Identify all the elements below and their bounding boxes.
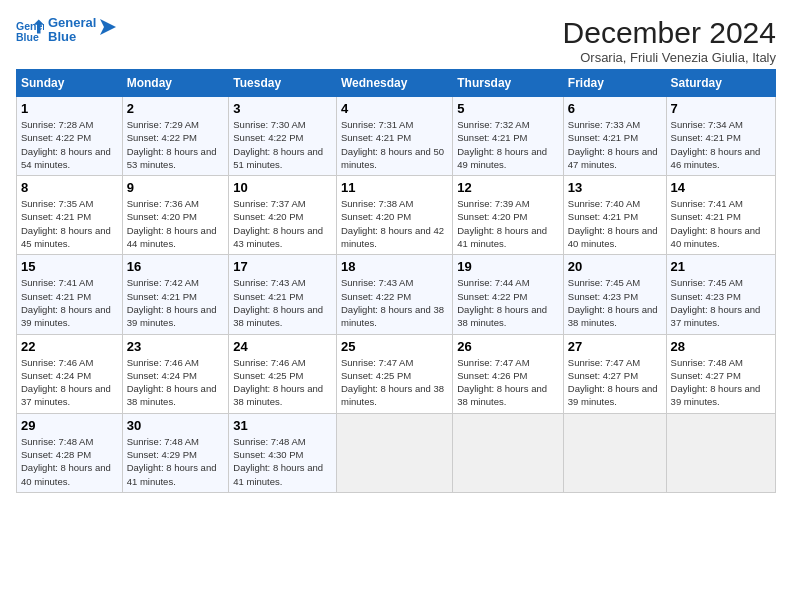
calendar-cell: 17Sunrise: 7:43 AMSunset: 4:21 PMDayligh… [229,255,337,334]
calendar-cell: 25Sunrise: 7:47 AMSunset: 4:25 PMDayligh… [337,334,453,413]
day-info: Sunrise: 7:40 AMSunset: 4:21 PMDaylight:… [568,197,662,250]
day-info: Sunrise: 7:45 AMSunset: 4:23 PMDaylight:… [671,276,771,329]
day-info: Sunrise: 7:45 AMSunset: 4:23 PMDaylight:… [568,276,662,329]
calendar-cell [337,413,453,492]
day-info: Sunrise: 7:34 AMSunset: 4:21 PMDaylight:… [671,118,771,171]
day-number: 24 [233,339,332,354]
day-number: 6 [568,101,662,116]
day-info: Sunrise: 7:36 AMSunset: 4:20 PMDaylight:… [127,197,225,250]
day-number: 21 [671,259,771,274]
day-info: Sunrise: 7:28 AMSunset: 4:22 PMDaylight:… [21,118,118,171]
day-number: 16 [127,259,225,274]
calendar-cell: 21Sunrise: 7:45 AMSunset: 4:23 PMDayligh… [666,255,775,334]
day-info: Sunrise: 7:30 AMSunset: 4:22 PMDaylight:… [233,118,332,171]
day-info: Sunrise: 7:33 AMSunset: 4:21 PMDaylight:… [568,118,662,171]
day-info: Sunrise: 7:38 AMSunset: 4:20 PMDaylight:… [341,197,448,250]
day-info: Sunrise: 7:44 AMSunset: 4:22 PMDaylight:… [457,276,559,329]
day-info: Sunrise: 7:48 AMSunset: 4:28 PMDaylight:… [21,435,118,488]
svg-text:Blue: Blue [16,31,39,43]
day-number: 12 [457,180,559,195]
day-number: 1 [21,101,118,116]
logo-general: General [48,16,96,30]
day-number: 10 [233,180,332,195]
calendar-cell: 3Sunrise: 7:30 AMSunset: 4:22 PMDaylight… [229,97,337,176]
day-number: 30 [127,418,225,433]
calendar-cell: 23Sunrise: 7:46 AMSunset: 4:24 PMDayligh… [122,334,229,413]
day-number: 2 [127,101,225,116]
header-area: General Blue General Blue December 2024 … [16,16,776,65]
calendar-cell: 13Sunrise: 7:40 AMSunset: 4:21 PMDayligh… [563,176,666,255]
day-info: Sunrise: 7:46 AMSunset: 4:24 PMDaylight:… [21,356,118,409]
day-info: Sunrise: 7:43 AMSunset: 4:22 PMDaylight:… [341,276,448,329]
day-number: 3 [233,101,332,116]
day-info: Sunrise: 7:46 AMSunset: 4:24 PMDaylight:… [127,356,225,409]
header-friday: Friday [563,70,666,97]
week-row-5: 29Sunrise: 7:48 AMSunset: 4:28 PMDayligh… [17,413,776,492]
calendar-cell: 5Sunrise: 7:32 AMSunset: 4:21 PMDaylight… [453,97,564,176]
day-number: 14 [671,180,771,195]
day-number: 11 [341,180,448,195]
day-info: Sunrise: 7:47 AMSunset: 4:26 PMDaylight:… [457,356,559,409]
day-number: 27 [568,339,662,354]
calendar-cell: 20Sunrise: 7:45 AMSunset: 4:23 PMDayligh… [563,255,666,334]
day-number: 25 [341,339,448,354]
calendar-cell: 10Sunrise: 7:37 AMSunset: 4:20 PMDayligh… [229,176,337,255]
header-saturday: Saturday [666,70,775,97]
day-info: Sunrise: 7:46 AMSunset: 4:25 PMDaylight:… [233,356,332,409]
day-number: 9 [127,180,225,195]
day-number: 23 [127,339,225,354]
day-info: Sunrise: 7:42 AMSunset: 4:21 PMDaylight:… [127,276,225,329]
day-info: Sunrise: 7:48 AMSunset: 4:30 PMDaylight:… [233,435,332,488]
day-number: 8 [21,180,118,195]
calendar-cell: 18Sunrise: 7:43 AMSunset: 4:22 PMDayligh… [337,255,453,334]
calendar-cell: 22Sunrise: 7:46 AMSunset: 4:24 PMDayligh… [17,334,123,413]
day-number: 5 [457,101,559,116]
day-info: Sunrise: 7:47 AMSunset: 4:25 PMDaylight:… [341,356,448,409]
logo-icon: General Blue [16,16,44,44]
calendar-cell: 19Sunrise: 7:44 AMSunset: 4:22 PMDayligh… [453,255,564,334]
day-info: Sunrise: 7:29 AMSunset: 4:22 PMDaylight:… [127,118,225,171]
calendar-cell: 31Sunrise: 7:48 AMSunset: 4:30 PMDayligh… [229,413,337,492]
calendar-table: SundayMondayTuesdayWednesdayThursdayFrid… [16,69,776,493]
day-number: 19 [457,259,559,274]
day-info: Sunrise: 7:41 AMSunset: 4:21 PMDaylight:… [21,276,118,329]
page-subtitle: Orsaria, Friuli Venezia Giulia, Italy [563,50,776,65]
logo: General Blue General Blue [16,16,116,45]
day-info: Sunrise: 7:47 AMSunset: 4:27 PMDaylight:… [568,356,662,409]
calendar-cell: 1Sunrise: 7:28 AMSunset: 4:22 PMDaylight… [17,97,123,176]
header-thursday: Thursday [453,70,564,97]
calendar-cell: 26Sunrise: 7:47 AMSunset: 4:26 PMDayligh… [453,334,564,413]
calendar-cell [666,413,775,492]
calendar-cell: 9Sunrise: 7:36 AMSunset: 4:20 PMDaylight… [122,176,229,255]
page-title: December 2024 [563,16,776,50]
calendar-header-row: SundayMondayTuesdayWednesdayThursdayFrid… [17,70,776,97]
header-monday: Monday [122,70,229,97]
calendar-cell: 14Sunrise: 7:41 AMSunset: 4:21 PMDayligh… [666,176,775,255]
calendar-cell: 4Sunrise: 7:31 AMSunset: 4:21 PMDaylight… [337,97,453,176]
day-info: Sunrise: 7:48 AMSunset: 4:29 PMDaylight:… [127,435,225,488]
day-info: Sunrise: 7:37 AMSunset: 4:20 PMDaylight:… [233,197,332,250]
day-number: 13 [568,180,662,195]
day-info: Sunrise: 7:32 AMSunset: 4:21 PMDaylight:… [457,118,559,171]
calendar-cell: 8Sunrise: 7:35 AMSunset: 4:21 PMDaylight… [17,176,123,255]
day-number: 20 [568,259,662,274]
day-number: 28 [671,339,771,354]
day-info: Sunrise: 7:43 AMSunset: 4:21 PMDaylight:… [233,276,332,329]
title-area: December 2024 Orsaria, Friuli Venezia Gi… [563,16,776,65]
calendar-cell: 6Sunrise: 7:33 AMSunset: 4:21 PMDaylight… [563,97,666,176]
calendar-cell: 24Sunrise: 7:46 AMSunset: 4:25 PMDayligh… [229,334,337,413]
day-number: 18 [341,259,448,274]
day-info: Sunrise: 7:39 AMSunset: 4:20 PMDaylight:… [457,197,559,250]
calendar-cell: 30Sunrise: 7:48 AMSunset: 4:29 PMDayligh… [122,413,229,492]
day-info: Sunrise: 7:35 AMSunset: 4:21 PMDaylight:… [21,197,118,250]
day-info: Sunrise: 7:48 AMSunset: 4:27 PMDaylight:… [671,356,771,409]
header-wednesday: Wednesday [337,70,453,97]
calendar-cell: 28Sunrise: 7:48 AMSunset: 4:27 PMDayligh… [666,334,775,413]
day-number: 22 [21,339,118,354]
header-tuesday: Tuesday [229,70,337,97]
header-sunday: Sunday [17,70,123,97]
week-row-3: 15Sunrise: 7:41 AMSunset: 4:21 PMDayligh… [17,255,776,334]
logo-blue: Blue [48,30,96,44]
calendar-cell: 15Sunrise: 7:41 AMSunset: 4:21 PMDayligh… [17,255,123,334]
day-number: 17 [233,259,332,274]
